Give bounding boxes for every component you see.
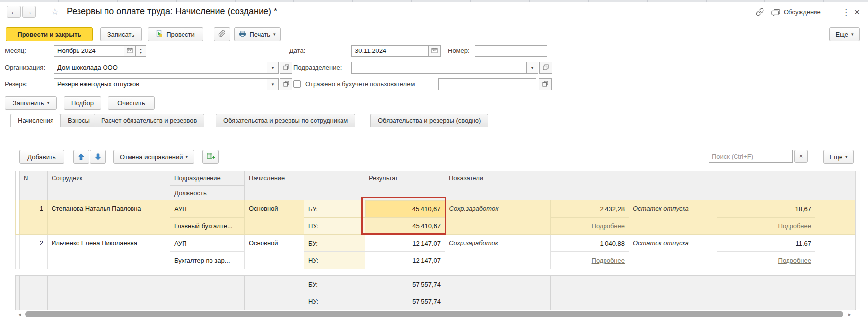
- cell-result-nu[interactable]: 45 410,67: [365, 218, 445, 235]
- pick-button[interactable]: Подбор: [64, 96, 101, 110]
- cell-department[interactable]: АУП: [170, 235, 245, 252]
- totals-bu-value: 57 557,74: [365, 276, 445, 293]
- cell-indicator2-name[interactable]: Остаток отпуска: [629, 235, 717, 269]
- cell-indicator1-name[interactable]: Сохр.заработок: [445, 235, 551, 269]
- form-more-button[interactable]: Еще ▾: [829, 27, 860, 41]
- horizontal-scrollbar[interactable]: [25, 311, 843, 317]
- cell-indicator2-value[interactable]: 11,67: [717, 235, 815, 252]
- cell-employee[interactable]: Степанова Наталья Павловна: [48, 200, 170, 235]
- cell-indicator1-name[interactable]: Сохр.заработок: [445, 200, 551, 235]
- accruals-table: N Сотрудник Подразделение Начисление Рез…: [15, 171, 856, 310]
- discussion-label[interactable]: Обсуждение: [784, 8, 821, 16]
- tab-liabilities-summary[interactable]: Обязательства и резервы (сводно): [370, 114, 488, 127]
- calendar-icon: [431, 47, 438, 55]
- col-header-result[interactable]: Результат: [365, 171, 445, 200]
- organization-input[interactable]: Дом шоколада ООО: [54, 62, 267, 74]
- attachments-button[interactable]: [214, 27, 230, 41]
- discussion-icon[interactable]: [771, 8, 780, 18]
- back-icon: ←: [10, 8, 17, 16]
- window-close-icon[interactable]: ×: [854, 8, 860, 17]
- copy-link-icon[interactable]: [756, 8, 764, 18]
- cell-result-nu[interactable]: 12 147,07: [365, 252, 445, 269]
- table-settings-button[interactable]: [202, 150, 219, 164]
- date-calendar-button[interactable]: [429, 45, 441, 57]
- table-row[interactable]: 1 Степанова Наталья Павловна АУП Основно…: [16, 200, 856, 218]
- tab-contributions[interactable]: Взносы: [60, 114, 97, 127]
- reserve-open-button[interactable]: [280, 78, 292, 90]
- col-header-employee[interactable]: Сотрудник: [48, 171, 170, 200]
- cell-result-bu[interactable]: 12 147,07: [365, 235, 445, 252]
- save-button[interactable]: Записать: [100, 27, 142, 41]
- month-input[interactable]: Ноябрь 2024: [54, 45, 124, 57]
- reflected-checkbox-label: Отражено в бухучете пользователем: [305, 78, 415, 90]
- cell-indicator1-value[interactable]: 2 432,28: [551, 200, 629, 218]
- menu-dots-icon[interactable]: ⋮: [842, 8, 850, 17]
- organization-open-button[interactable]: [280, 62, 292, 74]
- cell-empty: [815, 235, 856, 269]
- tab-accruals[interactable]: Начисления: [10, 114, 61, 127]
- grid-more-button[interactable]: Еще ▾: [823, 150, 854, 164]
- move-down-button[interactable]: [90, 150, 106, 164]
- nu-label: НУ:: [304, 218, 365, 235]
- post-button[interactable]: Провести: [148, 27, 203, 41]
- cell-indicator2-name[interactable]: Остаток отпуска: [629, 200, 717, 235]
- number-input[interactable]: [475, 45, 547, 57]
- post-and-close-button[interactable]: Провести и закрыть: [6, 27, 93, 41]
- reflected-input[interactable]: [438, 78, 536, 90]
- details-link[interactable]: Подробнее: [778, 222, 811, 230]
- move-up-button[interactable]: [73, 150, 89, 164]
- cell-indicator2-value[interactable]: 18,67: [717, 200, 815, 218]
- search-input[interactable]: [709, 150, 793, 163]
- cell-result-bu-selected[interactable]: 45 410,67: [365, 200, 445, 218]
- cell-employee[interactable]: Ильченко Елена Николаевна: [48, 235, 170, 269]
- col-header-n[interactable]: N: [20, 171, 48, 200]
- col-header-bunu: [304, 171, 365, 200]
- search-clear-button[interactable]: ×: [794, 150, 808, 163]
- back-button[interactable]: ←: [7, 6, 21, 18]
- fill-button[interactable]: Заполнить ▾: [5, 96, 57, 110]
- col-header-accrual[interactable]: Начисление: [245, 171, 304, 200]
- details-link[interactable]: Подробнее: [592, 222, 625, 230]
- reflected-open-button[interactable]: [539, 78, 552, 90]
- cell-n[interactable]: 2: [20, 235, 48, 269]
- title-bar: ← → ☆ Резервы по оплате труда: Начислени…: [0, 4, 868, 23]
- print-button[interactable]: Печать ▾: [234, 27, 281, 41]
- forward-button[interactable]: →: [22, 6, 36, 18]
- col-header-position[interactable]: Должность: [170, 186, 245, 200]
- col-header-department[interactable]: Подразделение: [170, 171, 245, 186]
- organization-dropdown-button[interactable]: ▾: [267, 62, 279, 74]
- cell-position[interactable]: Бухгалтер по зар...: [170, 252, 245, 269]
- dropdown-icon: ▾: [851, 32, 854, 37]
- department-dropdown-button[interactable]: ▾: [527, 62, 538, 74]
- details-link[interactable]: Подробнее: [592, 257, 625, 264]
- scroll-right-icon[interactable]: ▸: [848, 311, 851, 317]
- cell-accrual[interactable]: Основной: [245, 235, 304, 269]
- details-link[interactable]: Подробнее: [778, 257, 811, 264]
- cell-position[interactable]: Главный бухгалте...: [170, 218, 245, 235]
- reserve-input[interactable]: Резерв ежегодных отпусков: [54, 78, 267, 90]
- col-header-indicators[interactable]: Показатели: [445, 171, 856, 200]
- tab-liabilities-calc[interactable]: Расчет обязательств и резервов: [94, 114, 204, 127]
- reserve-dropdown-button[interactable]: ▾: [267, 78, 279, 90]
- date-label: Дата:: [289, 45, 305, 57]
- tab-liabilities-by-employee[interactable]: Обязательства и резервы по сотрудникам: [216, 114, 355, 127]
- scroll-left-icon[interactable]: ◂: [18, 311, 21, 317]
- totals-nu-value: 57 557,74: [365, 293, 445, 310]
- month-calendar-button[interactable]: [124, 45, 136, 57]
- department-open-button[interactable]: [539, 62, 552, 74]
- totals-row-nu: НУ: 57 557,74: [16, 293, 856, 310]
- cell-n[interactable]: 1: [20, 200, 48, 235]
- row-gutter: [16, 200, 20, 235]
- month-spinner[interactable]: ▴ ▾: [136, 45, 146, 57]
- department-input[interactable]: [351, 62, 527, 74]
- date-input[interactable]: 30.11.2024: [351, 45, 429, 57]
- clear-button[interactable]: Очистить: [108, 96, 155, 110]
- reflected-checkbox[interactable]: [293, 80, 301, 88]
- cell-indicator1-value[interactable]: 1 040,88: [551, 235, 629, 252]
- cell-department[interactable]: АУП: [170, 200, 245, 218]
- add-row-button[interactable]: Добавить: [19, 150, 64, 164]
- cell-accrual[interactable]: Основной: [245, 200, 304, 235]
- favorite-star-icon[interactable]: ☆: [51, 7, 59, 17]
- undo-corrections-button[interactable]: Отмена исправлений ▾: [113, 150, 194, 164]
- table-row[interactable]: 2 Ильченко Елена Николаевна АУП Основной…: [16, 235, 856, 252]
